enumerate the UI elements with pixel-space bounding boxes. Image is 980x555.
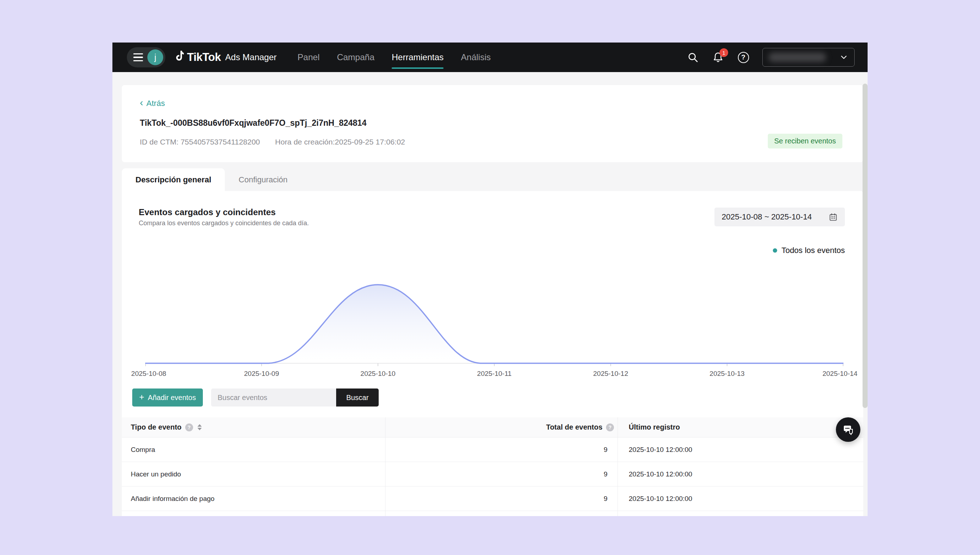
- page-title: TikTok_-000BS88u6vf0Fxqjwafe0F7O_spTj_2i…: [140, 118, 367, 128]
- search-events-input[interactable]: [211, 388, 336, 406]
- table-row: Compra 9 2025-10-10 12:00:00: [122, 438, 863, 462]
- desktop-background: j TikTok Ads Manager Panel Campaña Herra…: [0, 0, 980, 555]
- overview-panel: Eventos cargados y coincidentes Compara …: [122, 191, 863, 516]
- tab-bar: Descripción general Configuración: [122, 168, 863, 191]
- x-tick-label: 2025-10-14: [823, 370, 857, 378]
- event-type-cell: Añadir información de pago: [131, 495, 215, 503]
- nav-item-campana[interactable]: Campaña: [337, 43, 374, 72]
- table-header-row: Tipo de evento ? Total de eventos ? Últi…: [122, 417, 863, 438]
- support-chat-button[interactable]: [836, 417, 860, 442]
- x-tick-label: 2025-10-09: [244, 370, 279, 378]
- sort-icon[interactable]: [197, 424, 202, 430]
- x-tick-label: 2025-10-12: [593, 370, 628, 378]
- chart-section-subtitle: Compara los eventos cargados y coinciden…: [139, 220, 309, 227]
- event-total-cell: 9: [604, 446, 607, 454]
- event-total-cell: 9: [604, 495, 607, 503]
- chart-section-title: Eventos cargados y coincidentes: [139, 207, 275, 217]
- chevron-left-icon: ‹: [140, 99, 143, 106]
- tiktok-note-icon: [174, 50, 185, 64]
- chart-canvas: [145, 259, 844, 367]
- x-tick-label: 2025-10-11: [477, 370, 512, 378]
- event-header-card: ‹ Atrás TikTok_-000BS88u6vf0Fxqjwafe0F7O…: [122, 85, 863, 162]
- nav-item-herramientas[interactable]: Herramientas: [392, 43, 444, 72]
- help-icon[interactable]: ?: [737, 51, 749, 63]
- add-events-label: Añadir eventos: [148, 393, 195, 402]
- account-name-redacted: [769, 53, 826, 62]
- navbar-actions: 1 ?: [687, 48, 855, 67]
- notifications-bell-icon[interactable]: 1: [712, 51, 724, 63]
- vertical-scrollbar-thumb[interactable]: [863, 83, 868, 408]
- event-type-cell: Compra: [131, 446, 155, 454]
- browser-app-window: j TikTok Ads Manager Panel Campaña Herra…: [112, 43, 868, 516]
- table-row: Añadir información de pago 9 2025-10-10 …: [122, 486, 863, 511]
- avatar[interactable]: j: [147, 50, 163, 65]
- event-last-record-cell: 2025-10-10 12:00:00: [629, 495, 692, 503]
- nav-item-analisis[interactable]: Análisis: [461, 43, 491, 72]
- event-last-record-cell: 2025-10-10 12:00:00: [629, 446, 692, 454]
- chat-bubbles-icon: [842, 423, 855, 436]
- legend-label: Todos los eventos: [781, 246, 845, 255]
- event-total-cell: 9: [604, 470, 607, 478]
- table-row-clipped: [122, 511, 863, 516]
- events-area-chart: 2025-10-08 2025-10-09 2025-10-10 2025-10…: [145, 259, 844, 378]
- events-table: Tipo de evento ? Total de eventos ? Últi…: [122, 417, 863, 516]
- hamburger-menu-icon[interactable]: [133, 53, 143, 62]
- menu-avatar-pill[interactable]: j: [127, 47, 165, 67]
- help-icon[interactable]: ?: [185, 423, 193, 431]
- search-icon[interactable]: [687, 51, 699, 63]
- tab-descripcion-general[interactable]: Descripción general: [122, 168, 225, 191]
- date-range-picker[interactable]: 2025-10-08 ~ 2025-10-14: [714, 208, 845, 226]
- event-type-cell: Hacer un pedido: [131, 470, 181, 478]
- series-area-fill: [145, 285, 844, 363]
- calendar-icon: [829, 213, 837, 221]
- top-navbar: j TikTok Ads Manager Panel Campaña Herra…: [112, 43, 868, 72]
- status-badge: Se reciben eventos: [768, 134, 842, 149]
- table-row: Hacer un pedido 9 2025-10-10 12:00:00: [122, 462, 863, 486]
- x-tick-label: 2025-10-08: [131, 370, 166, 378]
- chevron-down-icon: [839, 53, 849, 62]
- x-tick-label: 2025-10-10: [360, 370, 395, 378]
- back-button[interactable]: ‹ Atrás: [140, 99, 165, 108]
- series-line: [145, 285, 844, 363]
- event-meta: ID de CTM: 7554057537541128200 Hora de c…: [140, 138, 405, 146]
- creation-time: Hora de creación:2025-09-25 17:06:02: [275, 138, 405, 146]
- search-button[interactable]: Buscar: [336, 388, 379, 406]
- add-events-button[interactable]: + Añadir eventos: [132, 388, 203, 406]
- primary-nav: Panel Campaña Herramientas Análisis: [298, 43, 491, 72]
- help-icon[interactable]: ?: [606, 423, 614, 431]
- event-last-record-cell: 2025-10-10 12:00:00: [629, 470, 692, 478]
- col-header-tipo-de-evento: Tipo de evento: [131, 423, 182, 431]
- col-header-total-de-eventos: Total de eventos: [546, 423, 602, 431]
- x-tick-label: 2025-10-13: [709, 370, 745, 378]
- notification-count-badge: 1: [719, 48, 728, 57]
- x-axis-labels: 2025-10-08 2025-10-09 2025-10-10 2025-10…: [145, 367, 844, 379]
- tiktok-ads-manager-logo[interactable]: TikTok Ads Manager: [174, 50, 277, 64]
- legend-item-todos-los-eventos[interactable]: Todos los eventos: [773, 246, 845, 255]
- col-header-ultimo-registro: Último registro: [629, 423, 680, 431]
- legend-dot: [773, 248, 777, 253]
- ctm-id: ID de CTM: 7554057537541128200: [140, 138, 260, 146]
- plus-icon: +: [139, 392, 144, 402]
- tab-configuracion[interactable]: Configuración: [225, 168, 301, 191]
- date-range-value: 2025-10-08 ~ 2025-10-14: [722, 212, 812, 221]
- back-label: Atrás: [146, 99, 165, 108]
- account-selector[interactable]: [762, 48, 855, 67]
- brand-name: TikTok: [187, 51, 221, 64]
- brand-suffix: Ads Manager: [225, 52, 277, 63]
- events-toolbar: + Añadir eventos Buscar: [132, 388, 379, 406]
- nav-item-panel[interactable]: Panel: [298, 43, 320, 72]
